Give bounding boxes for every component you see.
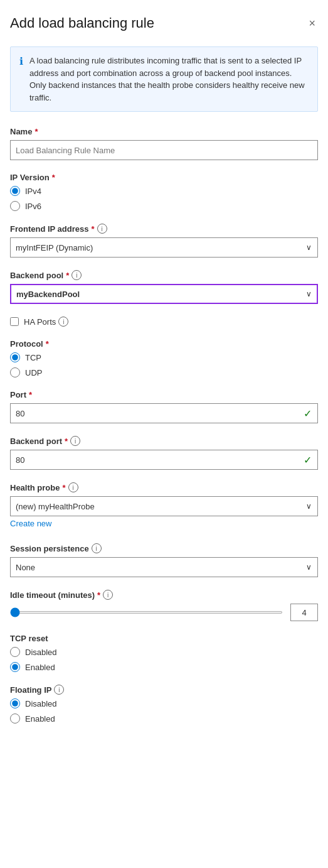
ip-version-ipv4-label: IPv4 (25, 187, 41, 196)
backend-pool-select[interactable]: myBackendPool (10, 284, 318, 304)
protocol-radio-group: TCP UDP (10, 352, 318, 377)
idle-timeout-value-box: 4 (290, 604, 318, 621)
idle-timeout-label: Idle timeout (minutes) * i (10, 590, 318, 600)
tcp-reset-enabled-option[interactable]: Enabled (10, 662, 318, 672)
protocol-label: Protocol * (10, 339, 318, 349)
tcp-reset-enabled-radio[interactable] (10, 662, 20, 672)
floating-ip-field-group: Floating IP i Disabled Enabled (10, 685, 318, 724)
ha-ports-checkbox[interactable] (10, 317, 19, 326)
health-probe-info-icon[interactable]: i (68, 482, 78, 492)
session-persistence-label: Session persistence i (10, 543, 318, 553)
idle-timeout-required-star: * (97, 590, 100, 600)
backend-port-info-icon[interactable]: i (70, 436, 80, 446)
floating-ip-radio-group: Disabled Enabled (10, 698, 318, 724)
info-box-text: A load balancing rule distributes incomi… (29, 55, 309, 104)
idle-timeout-info-icon[interactable]: i (103, 590, 113, 600)
panel-header: Add load balancing rule × (10, 15, 318, 31)
health-probe-create-new-button[interactable]: Create new (10, 516, 51, 531)
tcp-reset-disabled-label: Disabled (25, 648, 57, 657)
panel-title: Add load balancing rule (10, 15, 154, 31)
ip-version-ipv4-radio[interactable] (10, 186, 20, 196)
floating-ip-label: Floating IP i (10, 685, 318, 695)
port-label: Port * (10, 390, 318, 399)
floating-ip-enabled-option[interactable]: Enabled (10, 713, 318, 724)
protocol-udp-label: UDP (25, 368, 42, 377)
close-button[interactable]: × (306, 15, 318, 31)
frontend-ip-required-star: * (91, 224, 94, 234)
health-probe-required-star: * (62, 483, 65, 492)
ha-ports-checkbox-item[interactable]: HA Ports i (10, 317, 318, 327)
backend-pool-select-wrapper: myBackendPool ∨ (10, 284, 318, 304)
floating-ip-info-icon[interactable]: i (54, 685, 64, 695)
floating-ip-enabled-label: Enabled (25, 714, 55, 724)
ha-ports-field-group: HA Ports i (10, 317, 318, 327)
floating-ip-disabled-label: Disabled (25, 699, 57, 708)
backend-port-input-wrapper: ✓ (10, 450, 318, 470)
idle-timeout-field-group: Idle timeout (minutes) * i 4 (10, 590, 318, 621)
ip-version-ipv6-radio[interactable] (10, 201, 20, 211)
ip-version-radio-group: IPv4 IPv6 (10, 186, 318, 211)
port-required-star: * (29, 390, 32, 399)
frontend-ip-select[interactable]: myIntFEIP (Dynamic) (10, 237, 318, 258)
session-persistence-select-wrapper: None ∨ (10, 557, 318, 577)
protocol-field-group: Protocol * TCP UDP (10, 339, 318, 377)
name-input[interactable] (10, 140, 318, 160)
frontend-ip-info-icon[interactable]: i (97, 224, 107, 234)
session-persistence-select[interactable]: None (10, 557, 318, 577)
health-probe-field-group: Health probe * i (new) myHealthProbe ∨ C… (10, 482, 318, 531)
port-input-wrapper: ✓ (10, 403, 318, 423)
floating-ip-disabled-option[interactable]: Disabled (10, 698, 318, 708)
name-label: Name * (10, 127, 318, 136)
tcp-reset-enabled-label: Enabled (25, 663, 55, 672)
port-checkmark-icon: ✓ (304, 408, 312, 420)
protocol-udp-radio[interactable] (10, 367, 20, 377)
tcp-reset-disabled-radio[interactable] (10, 647, 20, 657)
ip-version-ipv4-option[interactable]: IPv4 (10, 186, 318, 196)
health-probe-label: Health probe * i (10, 482, 318, 492)
protocol-required-star: * (46, 339, 49, 349)
backend-port-required-star: * (65, 437, 68, 446)
tcp-reset-disabled-option[interactable]: Disabled (10, 647, 318, 657)
ip-version-label: IP Version * (10, 173, 318, 182)
name-field-group: Name * (10, 127, 318, 160)
ip-version-required-star: * (52, 173, 55, 182)
ip-version-field-group: IP Version * IPv4 IPv6 (10, 173, 318, 211)
backend-pool-required-star: * (66, 271, 69, 280)
info-icon: ℹ (19, 55, 23, 104)
frontend-ip-field-group: Frontend IP address * i myIntFEIP (Dynam… (10, 224, 318, 258)
backend-port-field-group: Backend port * i ✓ (10, 436, 318, 470)
idle-timeout-slider[interactable] (10, 611, 283, 614)
protocol-udp-option[interactable]: UDP (10, 367, 318, 377)
backend-port-input[interactable] (10, 450, 318, 470)
frontend-ip-select-wrapper: myIntFEIP (Dynamic) ∨ (10, 237, 318, 258)
idle-timeout-value: 4 (302, 608, 306, 617)
add-load-balancing-rule-panel: Add load balancing rule × ℹ A load balan… (0, 0, 328, 868)
ha-ports-label: HA Ports i (24, 317, 68, 327)
backend-pool-info-icon[interactable]: i (71, 270, 82, 280)
health-probe-select[interactable]: (new) myHealthProbe (10, 496, 318, 516)
name-required-star: * (34, 127, 38, 136)
ip-version-ipv6-option[interactable]: IPv6 (10, 201, 318, 211)
protocol-tcp-option[interactable]: TCP (10, 352, 318, 362)
ip-version-ipv6-label: IPv6 (25, 202, 41, 211)
port-input[interactable] (10, 403, 318, 423)
floating-ip-enabled-radio[interactable] (10, 713, 20, 724)
floating-ip-disabled-radio[interactable] (10, 698, 20, 708)
protocol-tcp-label: TCP (25, 353, 41, 362)
backend-pool-label: Backend pool * i (10, 270, 318, 280)
info-box: ℹ A load balancing rule distributes inco… (10, 46, 318, 112)
tcp-reset-label: TCP reset (10, 634, 318, 643)
backend-port-checkmark-icon: ✓ (304, 454, 312, 466)
frontend-ip-label: Frontend IP address * i (10, 224, 318, 234)
session-persistence-info-icon[interactable]: i (92, 543, 102, 553)
backend-pool-field-group: Backend pool * i myBackendPool ∨ (10, 270, 318, 304)
backend-port-label: Backend port * i (10, 436, 318, 446)
ha-ports-info-icon[interactable]: i (58, 317, 68, 327)
tcp-reset-field-group: TCP reset Disabled Enabled (10, 634, 318, 672)
port-field-group: Port * ✓ (10, 390, 318, 423)
session-persistence-field-group: Session persistence i None ∨ (10, 543, 318, 577)
tcp-reset-radio-group: Disabled Enabled (10, 647, 318, 672)
health-probe-select-wrapper: (new) myHealthProbe ∨ (10, 496, 318, 516)
idle-timeout-slider-wrapper: 4 (10, 604, 318, 621)
protocol-tcp-radio[interactable] (10, 352, 20, 362)
